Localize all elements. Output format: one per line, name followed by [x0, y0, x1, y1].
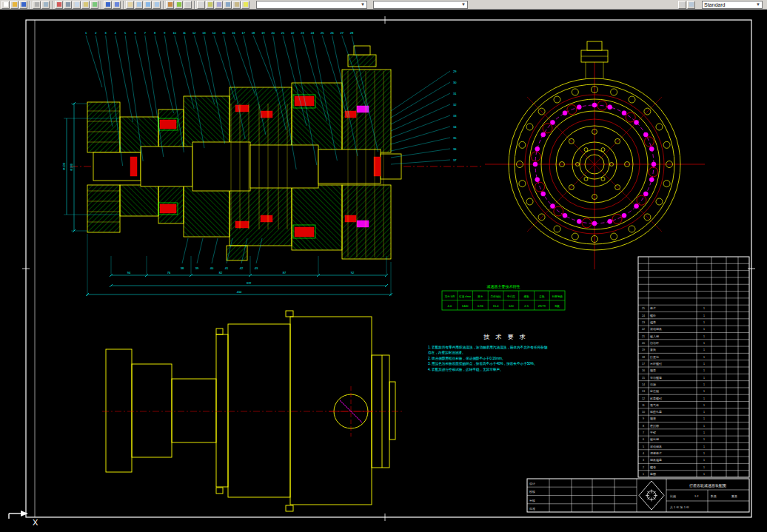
redo-icon[interactable]	[113, 1, 121, 9]
svg-text:18: 18	[252, 31, 255, 35]
svg-text:输入轴: 输入轴	[650, 334, 659, 339]
svg-text:总传动比: 总传动比	[489, 295, 501, 298]
make-object-layer-icon[interactable]	[215, 1, 223, 9]
svg-text:放油螺塞: 放油螺塞	[650, 376, 662, 380]
chevron-down-icon: ▼	[461, 2, 466, 7]
undo-icon[interactable]	[104, 1, 112, 9]
svg-text:批准: 批准	[529, 507, 535, 511]
svg-text:11: 11	[183, 31, 187, 35]
svg-text:3: 3	[643, 459, 644, 462]
svg-text:垫圈: 垫圈	[650, 472, 656, 476]
svg-text:82: 82	[219, 271, 223, 275]
svg-text:1: 1	[703, 349, 705, 351]
svg-text:10: 10	[642, 411, 645, 414]
svg-text:1: 1	[703, 431, 705, 434]
svg-text:5: 5	[643, 445, 644, 448]
pan-icon[interactable]	[126, 1, 134, 9]
zoom-previous-icon[interactable]	[153, 1, 161, 9]
svg-text:1: 1	[703, 397, 705, 400]
standard-toolbar: ▼ ▼ Standard ▼	[0, 0, 767, 10]
svg-text:26: 26	[330, 31, 334, 35]
svg-text:1: 1	[703, 438, 705, 441]
svg-text:8: 8	[154, 31, 156, 35]
svg-text:10: 10	[173, 31, 176, 35]
svg-text:1: 1	[643, 473, 644, 476]
spelling-icon[interactable]	[55, 1, 63, 9]
svg-text:5: 5	[124, 31, 127, 35]
svg-text:15.4: 15.4	[493, 304, 500, 308]
svg-text:21: 21	[281, 31, 285, 35]
svg-text:效率: 效率	[478, 294, 483, 298]
technical-requirements-title: 技 术 要 求	[428, 333, 583, 341]
text-style-combo[interactable]: Standard ▼	[702, 1, 763, 9]
svg-text:1: 1	[703, 417, 705, 420]
svg-text:Φ130: Φ130	[62, 162, 66, 170]
svg-text:密封圈: 密封圈	[650, 424, 659, 428]
list-icon[interactable]	[184, 1, 192, 9]
svg-text:螺母: 螺母	[650, 465, 656, 469]
svg-text:17: 17	[242, 31, 246, 35]
svg-text:1: 1	[703, 425, 705, 428]
svg-text:设计: 设计	[529, 482, 535, 485]
svg-text:19: 19	[642, 349, 645, 351]
svg-text:垫片: 垫片	[650, 306, 656, 310]
svg-text:中心距: 中心距	[507, 294, 515, 298]
svg-text:0.96: 0.96	[478, 304, 484, 308]
svg-text:定位销: 定位销	[650, 389, 659, 393]
svg-text:4: 4	[643, 452, 644, 455]
copy-icon[interactable]	[73, 1, 81, 9]
zoom-window-icon[interactable]	[144, 1, 152, 9]
toolbar-right-icon-group	[678, 1, 696, 9]
svg-text:20: 20	[271, 31, 275, 35]
save-icon[interactable]	[19, 1, 27, 9]
svg-text:15: 15	[222, 31, 226, 35]
layer-properties-icon[interactable]	[206, 1, 214, 9]
distance-icon[interactable]	[166, 1, 174, 9]
svg-text:1: 1	[703, 321, 705, 324]
svg-text:1: 1	[703, 328, 705, 331]
svg-text:23: 23	[642, 321, 645, 324]
svg-text:37: 37	[453, 158, 457, 162]
plot-icon[interactable]	[33, 1, 41, 9]
svg-text:1: 1	[703, 404, 705, 407]
svg-text:14: 14	[642, 383, 645, 386]
svg-text:39: 39	[195, 266, 199, 270]
dim-style-icon[interactable]	[687, 1, 695, 9]
drawing-canvas[interactable]: X 12345678910111213141516171819202122232…	[0, 10, 767, 532]
svg-text:1: 1	[703, 452, 705, 455]
svg-text:23: 23	[301, 31, 304, 35]
properties-icon[interactable]	[224, 1, 232, 9]
svg-text:14: 14	[212, 31, 216, 35]
svg-text:1: 1	[703, 363, 705, 366]
osnap-icon[interactable]	[232, 1, 241, 9]
svg-text:24: 24	[642, 314, 645, 317]
svg-text:372: 372	[247, 281, 252, 285]
svg-text:2: 2	[643, 466, 644, 469]
layer-combo[interactable]: ▼	[256, 1, 367, 9]
svg-text:1: 1	[703, 335, 705, 338]
color-combo[interactable]: ▼	[373, 1, 468, 9]
zoom-realtime-icon[interactable]	[135, 1, 143, 9]
svg-text:29: 29	[453, 70, 457, 73]
svg-text:29/79: 29/79	[538, 304, 546, 308]
svg-text:12: 12	[642, 397, 645, 400]
svg-text:22: 22	[642, 328, 645, 331]
help-icon[interactable]	[241, 1, 249, 9]
svg-text:共 1 张 第 1 张: 共 1 张 第 1 张	[670, 505, 689, 509]
match-properties-icon[interactable]	[90, 1, 98, 9]
text-style-icon[interactable]	[678, 1, 686, 9]
svg-text:34: 34	[453, 125, 457, 129]
paste-icon[interactable]	[81, 1, 90, 9]
svg-text:4: 4	[115, 31, 117, 35]
svg-text:输出轴: 输出轴	[650, 437, 659, 442]
layers-icon[interactable]	[197, 1, 205, 9]
cut-icon[interactable]	[64, 1, 72, 9]
text-style-combo-value: Standard	[704, 2, 725, 7]
open-icon[interactable]	[10, 1, 19, 9]
svg-text:螺栓: 螺栓	[650, 314, 656, 317]
area-icon[interactable]	[175, 1, 183, 9]
svg-text:1: 1	[703, 383, 705, 386]
svg-text:24: 24	[311, 31, 315, 35]
plot-preview-icon[interactable]	[41, 1, 50, 9]
new-icon[interactable]	[1, 1, 10, 9]
